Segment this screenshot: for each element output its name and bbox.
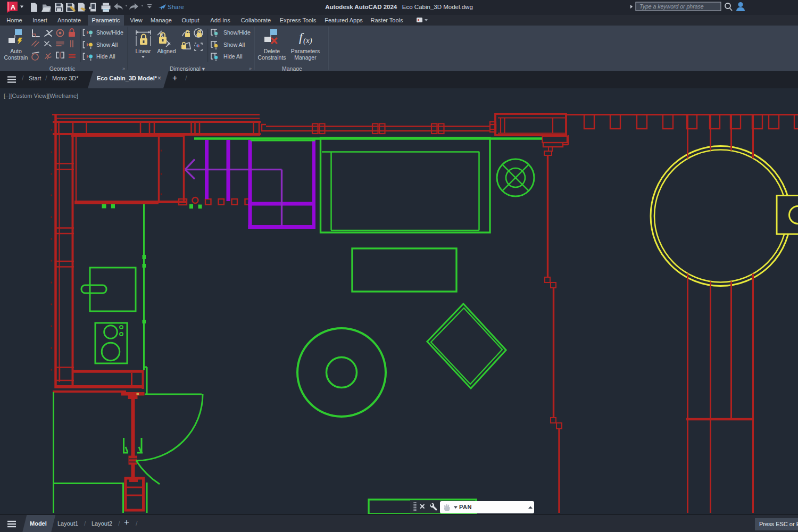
svg-text:Parameters: Parameters <box>291 48 320 54</box>
svg-text:Show All: Show All <box>223 41 245 48</box>
svg-text:[−][Custom View][Wireframe]: [−][Custom View][Wireframe] <box>4 93 78 99</box>
svg-text:Show/Hide: Show/Hide <box>96 29 123 36</box>
svg-text:Delete: Delete <box>264 48 280 54</box>
svg-text:Hide All: Hide All <box>96 53 115 60</box>
svg-text:Manager: Manager <box>294 54 317 61</box>
svg-text:Aligned: Aligned <box>157 48 176 54</box>
svg-text:Hide All: Hide All <box>223 53 243 60</box>
svg-text:(x): (x) <box>303 36 312 45</box>
svg-text:Type a keyword or phrase: Type a keyword or phrase <box>639 3 704 10</box>
svg-text:Auto: Auto <box>10 48 22 54</box>
svg-text:Show All: Show All <box>96 41 118 48</box>
svg-text:Constraints: Constraints <box>257 54 286 61</box>
svg-text:Show/Hide: Show/Hide <box>223 29 251 36</box>
svg-text:Linear: Linear <box>135 48 151 54</box>
svg-text:Constrain: Constrain <box>4 54 28 61</box>
